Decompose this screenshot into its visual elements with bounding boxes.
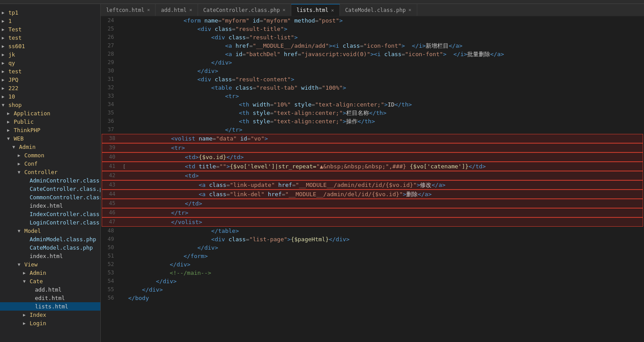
sidebar-item-Admin[interactable]: ▼Admin: [0, 143, 100, 151]
line-number-25: 25: [101, 25, 119, 33]
sidebar-item-Application[interactable]: ▶Application: [0, 109, 100, 118]
line-content-50: </div>: [126, 243, 644, 252]
menu-tools[interactable]: [56, 1, 59, 3]
sidebar-item-ThinkPHP[interactable]: ▶ThinkPHP: [0, 126, 100, 134]
line-content-42: <td>: [128, 171, 643, 180]
sidebar-item-test2[interactable]: ▶test: [0, 67, 100, 76]
sidebar-item-View[interactable]: ▼View: [0, 260, 100, 269]
menu-project[interactable]: [65, 1, 68, 3]
sidebar-item-qy[interactable]: ▶qy: [0, 59, 100, 67]
line-number-37: 37: [101, 125, 119, 134]
sidebar-item-CateController[interactable]: CateController.class.php: [0, 185, 100, 193]
line-content-55: </div>: [126, 285, 644, 294]
tab-lists[interactable]: lists.html×: [291, 4, 340, 16]
line-indicator-51: [119, 252, 126, 260]
sidebar-item-AdminController[interactable]: AdminController.class.php: [0, 176, 100, 185]
line-content-53: <!--/main-->: [126, 269, 644, 277]
sidebar-item-Login[interactable]: ▶Login: [0, 319, 100, 327]
sidebar-item-lists-html[interactable]: lists.html: [0, 302, 100, 311]
menu-file[interactable]: [3, 1, 6, 3]
line-number-47: 47: [102, 218, 121, 226]
sidebar-item-222[interactable]: ▶222: [0, 84, 100, 92]
sidebar-label-Cate: Cate: [30, 278, 43, 285]
code-line-27: 27 <a href="__MODULE__/admin/add"><i cla…: [101, 42, 644, 50]
tab-close-lists[interactable]: ×: [331, 8, 334, 13]
menu-select[interactable]: [20, 1, 24, 3]
sidebar-item-Conf[interactable]: ▶Conf: [0, 160, 100, 168]
sidebar-item-CateModel[interactable]: CateModel.class.php: [0, 243, 100, 252]
tabs-bar: leftcon.html×add.html×CateController.cla…: [101, 4, 644, 16]
tab-close-add[interactable]: ×: [189, 7, 192, 13]
menu-view[interactable]: [38, 1, 42, 3]
code-line-26: 26 <div class="result-list">: [101, 33, 644, 42]
sidebar-label-jk: jk: [8, 51, 15, 58]
tab-label-lists: lists.html: [297, 7, 328, 13]
tab-CateController[interactable]: CateController.class.php×: [198, 4, 291, 16]
sidebar-item-CommonController[interactable]: CommonController.class.php: [0, 193, 100, 201]
line-indicator-49: [119, 235, 126, 243]
line-indicator-55: [119, 285, 126, 294]
sidebar-label-Controller: Controller: [24, 169, 57, 175]
line-content-43: <a class="link-update" href="__MODULE__/…: [128, 181, 643, 189]
line-indicator-34: [119, 100, 126, 109]
sidebar-item-index-html[interactable]: index.html: [0, 201, 100, 210]
code-line-46: 46 </tr>: [102, 208, 643, 217]
line-number-32: 32: [101, 84, 119, 92]
sidebar-item-Common[interactable]: ▶Common: [0, 151, 100, 160]
line-content-56: </body: [126, 294, 644, 302]
menu-goto[interactable]: [47, 1, 50, 3]
line-indicator-26: [119, 33, 126, 42]
sidebar-item-edit-html[interactable]: edit.html: [0, 294, 100, 302]
line-content-51: </form>: [126, 252, 644, 260]
sidebar-item-Admin-view[interactable]: ▶Admin: [0, 269, 100, 277]
tab-leftcon[interactable]: leftcon.html×: [101, 4, 156, 16]
sidebar-item-add-html[interactable]: add.html: [0, 285, 100, 294]
line-number-56: 56: [101, 294, 119, 302]
sidebar-item-jk[interactable]: ▶jk: [0, 50, 100, 59]
menu-find[interactable]: [29, 1, 33, 3]
sidebar-item-JPQ[interactable]: ▶JPQ: [0, 76, 100, 84]
line-content-29: </div>: [126, 58, 644, 67]
sidebar-item-AdminModel[interactable]: AdminModel.class.php: [0, 235, 100, 243]
sidebar-item-tp1[interactable]: ▶tp1: [0, 8, 100, 17]
line-content-49: <div class="list-page">{$pageHtml}</div>: [126, 235, 644, 243]
code-line-38: 38 <volist name="data" id="vo">: [102, 134, 643, 143]
tab-close-CateController[interactable]: ×: [282, 7, 286, 13]
line-number-24: 24: [101, 16, 119, 25]
line-indicator-29: [119, 58, 126, 67]
code-line-32: 32 <table class="result-tab" width="100%…: [101, 84, 644, 92]
tab-add[interactable]: add.html×: [156, 4, 198, 16]
sidebar-item-shop[interactable]: ▼shop: [0, 101, 100, 109]
sidebar-item-WEB[interactable]: ▼WEB: [0, 134, 100, 143]
sidebar-item-ss601[interactable]: ▶ss601: [0, 42, 100, 50]
sidebar-item-IndexController[interactable]: IndexController.class.php: [0, 210, 100, 218]
code-line-39: 39 <tr>: [102, 143, 643, 152]
line-content-26: <div class="result-list">: [126, 33, 644, 42]
code-line-56: 56</body: [101, 294, 644, 302]
menu-edit[interactable]: [11, 1, 15, 3]
sidebar-label-Admin: Admin: [19, 144, 36, 150]
sidebar-item-Public[interactable]: ▶Public: [0, 118, 100, 126]
sidebar-item-Index[interactable]: ▶Index: [0, 311, 100, 319]
line-indicator-24: [119, 16, 126, 25]
sidebar-item-Model[interactable]: ▼Model: [0, 227, 100, 235]
sidebar-label-WEB: WEB: [14, 135, 24, 142]
sidebar-label-test2: test: [8, 68, 22, 75]
sidebar-item-LoginController[interactable]: LoginController.class.php: [0, 218, 100, 227]
sidebar-item-index-model[interactable]: index.html: [0, 252, 100, 260]
code-editor[interactable]: 24 <form name="myform" id="myform" metho…: [101, 16, 644, 342]
tab-close-leftcon[interactable]: ×: [147, 7, 150, 13]
tab-close-CateModel[interactable]: ×: [408, 7, 412, 13]
line-content-31: <div class="result-content">: [126, 75, 644, 84]
line-number-30: 30: [101, 67, 119, 75]
sidebar-item-test[interactable]: ▶test: [0, 34, 100, 42]
sidebar-item-1[interactable]: ▶1: [0, 17, 100, 25]
sidebar-item-Controller[interactable]: ▼Controller: [0, 168, 100, 176]
sidebar-item-10[interactable]: ▶10: [0, 92, 100, 101]
line-indicator-40: [121, 153, 128, 161]
tab-CateModel[interactable]: CateModel.class.php×: [340, 4, 417, 16]
menu-preferences[interactable]: [73, 1, 77, 3]
sidebar-item-Cate[interactable]: ▼Cate: [0, 277, 100, 285]
menu-help[interactable]: [82, 1, 86, 3]
sidebar-item-Test[interactable]: ▶Test: [0, 25, 100, 34]
